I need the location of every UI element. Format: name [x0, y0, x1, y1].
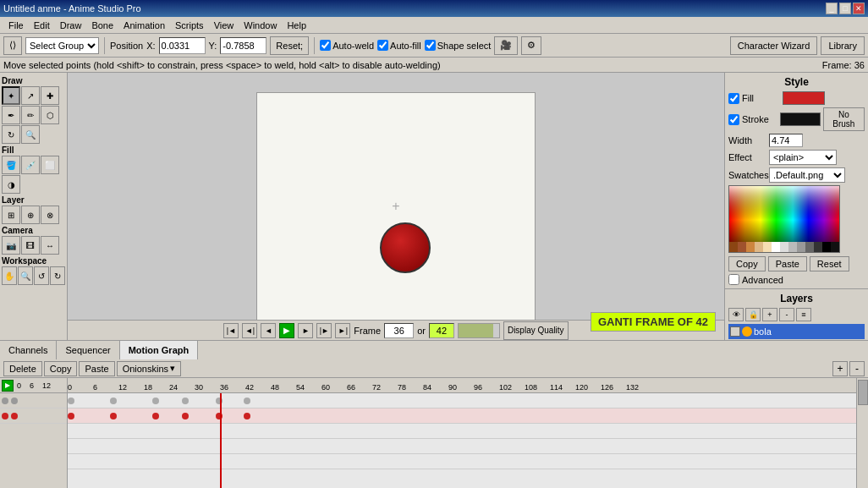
- display-quality-button[interactable]: Display Quality: [503, 321, 569, 340]
- no-brush-button[interactable]: No Brush: [823, 107, 865, 131]
- tab-channels[interactable]: Channels: [0, 341, 57, 359]
- camera-button[interactable]: 🎥: [494, 36, 518, 55]
- timeline-delete-button[interactable]: Delete: [3, 361, 42, 376]
- circle-object[interactable]: [380, 222, 431, 273]
- camera-tool2[interactable]: 🎞: [21, 236, 40, 255]
- fill-color-swatch[interactable]: [783, 91, 825, 105]
- layers-delete-btn[interactable]: -: [779, 308, 794, 321]
- menu-edit[interactable]: Edit: [29, 19, 55, 32]
- y-input[interactable]: [220, 37, 266, 54]
- menu-bone[interactable]: Bone: [86, 19, 118, 32]
- menu-window[interactable]: Window: [239, 19, 282, 32]
- goto-start-button[interactable]: |◄: [223, 323, 239, 338]
- freehand-tool[interactable]: ✏: [21, 106, 40, 124]
- play-button[interactable]: ▶: [279, 323, 294, 338]
- timeline-header: Channels Sequencer Motion Graph: [0, 341, 868, 359]
- settings-button[interactable]: ⚙: [521, 36, 541, 55]
- next-keyframe-button[interactable]: |►: [316, 323, 332, 338]
- workspace-tool4[interactable]: ↻: [50, 266, 65, 285]
- pen-tool[interactable]: ✒: [2, 106, 20, 124]
- layer-tool1[interactable]: ⊞: [2, 206, 20, 224]
- playhead[interactable]: [220, 393, 222, 488]
- tab-motion-graph[interactable]: Motion Graph: [120, 341, 199, 359]
- shape-select-checkbox[interactable]: [425, 40, 436, 51]
- stroke-checkbox[interactable]: [728, 114, 739, 125]
- timeline-zoom-in-button[interactable]: +: [832, 361, 848, 376]
- library-button[interactable]: Library: [821, 36, 865, 55]
- main-canvas[interactable]: +: [256, 92, 536, 321]
- layer-bola[interactable]: bola: [728, 324, 865, 339]
- eraser-tool[interactable]: ⬜: [41, 156, 59, 174]
- character-wizard-button[interactable]: Character Wizard: [730, 36, 818, 55]
- rotate-tool[interactable]: ↻: [2, 125, 20, 144]
- menu-draw[interactable]: Draw: [55, 19, 87, 32]
- prev-keyframe-button[interactable]: ◄|: [242, 323, 257, 338]
- menu-help[interactable]: Help: [282, 19, 311, 32]
- ruler-mark-48: 48: [271, 383, 279, 392]
- menu-file[interactable]: File: [3, 19, 29, 32]
- next-frame-button[interactable]: ►: [298, 323, 313, 338]
- menu-scripts[interactable]: Scripts: [170, 19, 209, 32]
- goto-end-button[interactable]: ►|: [335, 323, 350, 338]
- eyedropper-tool[interactable]: 💉: [21, 156, 40, 174]
- frame-total-input[interactable]: [429, 323, 454, 338]
- prev-frame-button[interactable]: ◄: [261, 323, 276, 338]
- paint-bucket-tool[interactable]: 🪣: [2, 156, 20, 174]
- menu-animation[interactable]: Animation: [118, 19, 170, 32]
- workspace-tool1[interactable]: ✋: [2, 266, 17, 285]
- scrollbar-thumb[interactable]: [858, 380, 868, 405]
- direct-select-tool[interactable]: ↗: [21, 86, 40, 105]
- layer-tool2[interactable]: ⊕: [21, 206, 40, 224]
- color-palette[interactable]: [728, 185, 840, 253]
- timeline-paste-button[interactable]: Paste: [79, 361, 114, 376]
- camera-tool3[interactable]: ↔: [41, 236, 59, 255]
- draw-tools-row3: ↻ 🔍: [2, 125, 65, 144]
- x-input[interactable]: [159, 37, 206, 54]
- advanced-checkbox[interactable]: [728, 274, 739, 285]
- toolbar-tool-icon[interactable]: ⟨⟩: [3, 36, 22, 55]
- layers-menu-btn[interactable]: ≡: [796, 308, 811, 321]
- swatches-row: Swatches .Default.png: [728, 167, 865, 183]
- timeline-scrollbar[interactable]: [856, 378, 868, 488]
- style-paste-button[interactable]: Paste: [768, 256, 807, 271]
- layers-add-btn[interactable]: +: [762, 308, 777, 321]
- width-input[interactable]: [769, 134, 803, 147]
- timeline-tracks[interactable]: 0 6 12 18 24 30 36 42 48 54 60 66 72 78 …: [68, 378, 868, 488]
- close-button[interactable]: ✕: [853, 3, 865, 14]
- layer-bola-visibility[interactable]: [730, 326, 740, 337]
- frame-slider[interactable]: [458, 323, 500, 338]
- add-point-tool[interactable]: ✚: [41, 86, 59, 105]
- menu-view[interactable]: View: [209, 19, 239, 32]
- frame-number-input[interactable]: [384, 323, 414, 338]
- layers-visibility-btn[interactable]: 👁: [728, 308, 744, 321]
- timeline-zoom-out-button[interactable]: -: [849, 361, 865, 376]
- grad-tool[interactable]: ◑: [2, 175, 20, 194]
- tab-sequencer[interactable]: Sequencer: [57, 341, 119, 359]
- timeline-copy-button[interactable]: Copy: [44, 361, 78, 376]
- layer-tool3[interactable]: ⊗: [41, 206, 59, 224]
- keyframe-2-1: [68, 413, 74, 419]
- workspace-tool3[interactable]: ↺: [34, 266, 49, 285]
- swatches-select[interactable]: .Default.png: [769, 167, 845, 183]
- style-reset-button[interactable]: Reset: [810, 256, 849, 271]
- auto-weld-checkbox[interactable]: [320, 40, 331, 51]
- effect-select[interactable]: <plain>: [769, 150, 837, 165]
- maximize-button[interactable]: □: [839, 3, 851, 14]
- fill-checkbox[interactable]: [728, 93, 739, 104]
- timeline-play-button[interactable]: ▶: [2, 380, 14, 392]
- minimize-button[interactable]: _: [826, 3, 838, 14]
- auto-fill-checkbox[interactable]: [377, 40, 388, 51]
- keyframe-1-1: [68, 398, 74, 404]
- layers-lock-btn[interactable]: 🔒: [745, 308, 761, 321]
- status-bar: Move selected points (hold <shift> to co…: [0, 58, 868, 73]
- stroke-color-swatch[interactable]: [780, 112, 820, 126]
- select-tool[interactable]: ✦: [2, 86, 20, 105]
- camera-tool1[interactable]: 📷: [2, 236, 20, 255]
- shape-tool[interactable]: ⬡: [41, 106, 59, 124]
- reset-button[interactable]: Reset;: [270, 36, 309, 55]
- zoom-tool[interactable]: 🔍: [21, 125, 40, 144]
- style-copy-button[interactable]: Copy: [728, 256, 766, 271]
- workspace-tool2[interactable]: 🔍: [18, 266, 33, 285]
- timeline-onionskins-button[interactable]: Onionskins ▾: [117, 361, 181, 376]
- tool-select[interactable]: Select Group: [25, 37, 99, 54]
